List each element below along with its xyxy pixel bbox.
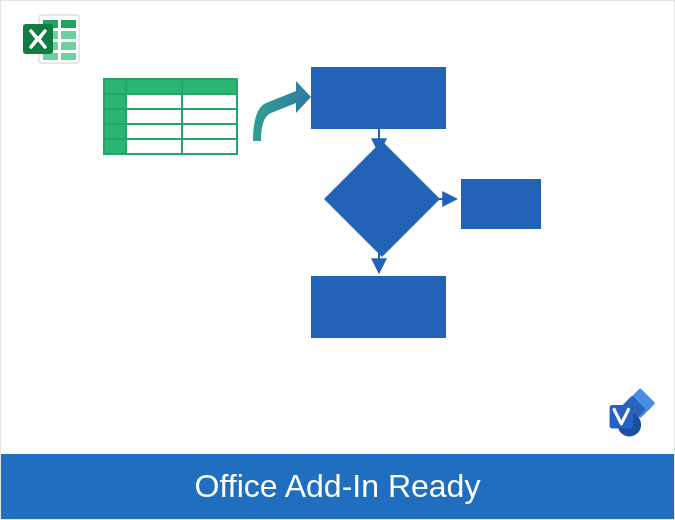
visio-icon bbox=[606, 387, 660, 441]
banner-text: Office Add-In Ready bbox=[195, 468, 481, 505]
svg-rect-8 bbox=[61, 53, 76, 60]
flow-process-bottom bbox=[311, 276, 446, 338]
flow-decision-diamond bbox=[324, 141, 440, 257]
flow-process-right bbox=[461, 179, 541, 229]
svg-rect-7 bbox=[43, 53, 58, 60]
diagram-canvas bbox=[1, 1, 674, 519]
svg-rect-4 bbox=[61, 31, 76, 39]
svg-rect-2 bbox=[61, 20, 76, 28]
flow-process-top bbox=[311, 67, 446, 129]
status-banner: Office Add-In Ready bbox=[1, 454, 674, 519]
svg-rect-6 bbox=[61, 42, 76, 50]
excel-table-graphic bbox=[103, 78, 238, 155]
excel-icon bbox=[21, 11, 81, 66]
